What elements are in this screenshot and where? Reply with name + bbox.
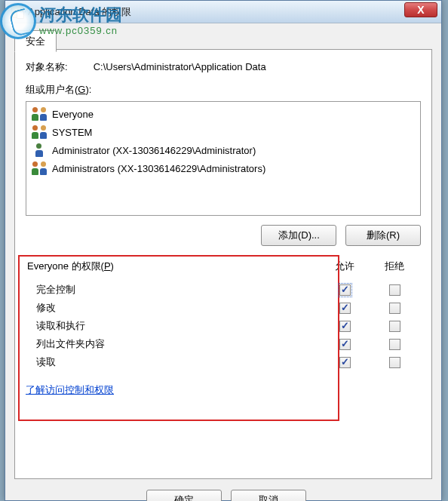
allow-checkbox[interactable] — [339, 284, 351, 296]
permissions-header: Everyone 的权限(P) 允许 拒绝 — [26, 260, 421, 273]
user-icon — [32, 143, 46, 157]
column-deny: 拒绝 — [370, 260, 419, 273]
allow-checkbox[interactable] — [339, 357, 351, 368]
user-buttons: 添加(D)... 删除(R) — [26, 225, 421, 246]
list-item-label: Everyone — [52, 109, 94, 120]
permissions-grid: 完全控制 修改 读取和执行 列出文件夹内容 — [26, 281, 421, 371]
allow-checkbox[interactable] — [339, 321, 351, 332]
perm-row: 修改 — [26, 299, 421, 317]
deny-checkbox[interactable] — [389, 321, 400, 332]
list-item[interactable]: Administrators (XX-13036146229\Administr… — [28, 159, 419, 177]
list-item-label: SYSTEM — [52, 127, 92, 138]
deny-checkbox[interactable] — [389, 284, 400, 296]
groups-label: 组或用户名(G): — [26, 83, 421, 97]
list-item-label: Administrators (XX-13036146229\Administr… — [52, 163, 265, 174]
tab-panel: 对象名称: C:\Users\Administrator\Application… — [14, 49, 432, 479]
titlebar[interactable]: Application Data 的权限 X — [5, 1, 441, 23]
add-button[interactable]: 添加(D)... — [261, 225, 336, 246]
perm-name: 读取 — [36, 355, 320, 369]
group-icon — [32, 107, 46, 121]
deny-checkbox[interactable] — [389, 357, 400, 368]
permissions-dialog: Application Data 的权限 X 安全 对象名称: C:\Users… — [5, 0, 442, 501]
perm-row: 列出文件夹内容 — [26, 335, 421, 353]
perm-name: 修改 — [36, 301, 320, 315]
permissions-area: Everyone 的权限(P) 允许 拒绝 完全控制 修改 读取和执行 — [26, 260, 421, 397]
object-name-row: 对象名称: C:\Users\Administrator\Application… — [26, 60, 421, 74]
group-icon — [32, 125, 46, 139]
perm-name: 列出文件夹内容 — [36, 337, 320, 351]
perm-row: 完全控制 — [26, 281, 421, 299]
allow-checkbox[interactable] — [339, 339, 351, 350]
perm-row: 读取和执行 — [26, 317, 421, 335]
dialog-buttons: 确定 取消 — [5, 485, 441, 501]
ok-button[interactable]: 确定 — [146, 490, 222, 501]
list-item[interactable]: Administrator (XX-13036146229\Administra… — [28, 141, 419, 159]
perm-name: 读取和执行 — [36, 319, 320, 333]
cancel-button[interactable]: 取消 — [231, 490, 306, 501]
column-allow: 允许 — [320, 260, 370, 273]
perm-name: 完全控制 — [36, 283, 320, 297]
close-button[interactable]: X — [404, 2, 437, 17]
window-title: Application Data 的权限 — [28, 5, 131, 19]
permissions-title: Everyone 的权限(P) — [27, 260, 320, 273]
users-groups-list[interactable]: Everyone SYSTEM Administrator (XX-130361… — [26, 101, 421, 216]
allow-checkbox[interactable] — [339, 303, 351, 314]
list-item[interactable]: Everyone — [28, 105, 419, 123]
list-item-label: Administrator (XX-13036146229\Administra… — [52, 145, 256, 156]
deny-checkbox[interactable] — [389, 303, 400, 314]
list-item[interactable]: SYSTEM — [28, 123, 419, 141]
remove-button[interactable]: 删除(R) — [345, 225, 421, 246]
group-icon — [32, 161, 46, 175]
deny-checkbox[interactable] — [389, 339, 400, 350]
object-name-label: 对象名称: — [26, 60, 91, 74]
tab-strip: 安全 — [14, 29, 441, 49]
perm-row: 读取 — [26, 353, 421, 371]
tab-security[interactable]: 安全 — [14, 30, 57, 52]
object-path: C:\Users\Administrator\Application Data — [94, 61, 266, 72]
learn-link[interactable]: 了解访问控制和权限 — [26, 383, 114, 397]
folder-properties-icon — [11, 6, 23, 18]
